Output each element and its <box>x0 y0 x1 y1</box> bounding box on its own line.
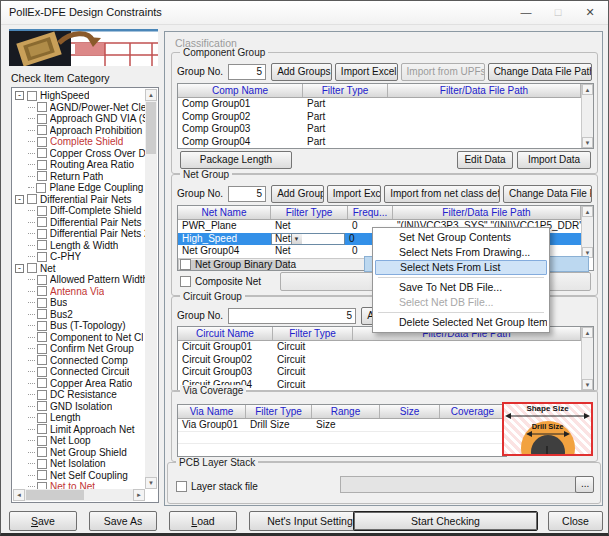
table-vertical-scrollbar[interactable]: ▲ ▼ <box>581 206 593 258</box>
layer-stack-file-checkbox[interactable] <box>176 481 187 492</box>
column-header[interactable]: Filter Type <box>303 84 388 97</box>
tree-item-checkbox[interactable] <box>37 309 47 319</box>
tree-item[interactable]: - Length & Width <box>13 240 145 252</box>
net-group-count-field[interactable]: 5 <box>228 186 266 202</box>
tree-item-checkbox[interactable] <box>37 240 47 250</box>
tree-item[interactable]: - DC Resistance <box>13 389 145 401</box>
tree-item[interactable]: - Length <box>13 412 145 424</box>
import-excel-button[interactable]: Import Excel <box>335 63 398 81</box>
close-dialog-button[interactable]: Close <box>548 511 603 531</box>
tree-expander-icon[interactable]: - <box>15 264 24 273</box>
tree-item-label[interactable]: Diff-Complete Shield <box>50 205 142 216</box>
tree-item-label[interactable]: Routing Area Ratio <box>50 159 134 170</box>
tree-item[interactable]: - Approach GND VIA (S <box>13 113 145 125</box>
tree-item[interactable]: - Net Self Coupling <box>13 470 145 482</box>
tree-item[interactable]: - Net <box>13 263 145 275</box>
tree-item[interactable]: - Approach Prohibition V <box>13 125 145 137</box>
tree-item-checkbox[interactable] <box>37 206 47 216</box>
column-header[interactable]: Range <box>312 405 380 418</box>
context-menu-item[interactable]: Save To Net DB File... <box>375 280 547 295</box>
tree-item[interactable]: - GND Isolation <box>13 401 145 413</box>
tree-item[interactable]: - Differential Pair Nets <box>13 194 145 206</box>
tree-item-checkbox[interactable] <box>37 436 47 446</box>
tree-item-label[interactable]: Net Isolation <box>50 458 106 469</box>
context-menu-item[interactable]: Select Nets From Drawing... <box>375 245 547 260</box>
tree-item-label[interactable]: Net to Net <box>50 481 95 489</box>
column-header[interactable]: Via Name <box>178 405 246 418</box>
tree-item-checkbox[interactable] <box>37 275 47 285</box>
tree-item[interactable]: - HighSpeed <box>13 90 145 102</box>
column-header[interactable]: Coverage <box>440 405 506 418</box>
tree-item-checkbox[interactable] <box>37 447 47 457</box>
tree-item[interactable]: - Connected Circuit <box>13 366 145 378</box>
table-row[interactable]: Circuit Group03 Circuit <box>178 366 581 379</box>
tree-item-label[interactable]: Copper Area Ratio <box>50 378 132 389</box>
table-row[interactable]: Comp Group04 Part <box>178 136 581 149</box>
tree-item[interactable]: - Allowed Pattern Width <box>13 274 145 286</box>
tree-item-label[interactable]: Connected Circuit <box>50 366 129 377</box>
tree-item-checkbox[interactable] <box>37 286 47 296</box>
tree-item[interactable]: - Net Group Shield <box>13 447 145 459</box>
tree-item-checkbox[interactable] <box>37 217 47 227</box>
minimize-button[interactable]: — <box>516 4 536 20</box>
import-from-upfs-button[interactable]: Import from UPFs <box>401 63 485 81</box>
tree-item-checkbox[interactable] <box>27 91 37 101</box>
tree-expander-icon[interactable]: - <box>15 195 24 204</box>
table-row[interactable] <box>178 444 506 456</box>
column-header[interactable]: Size <box>380 405 440 418</box>
table-row[interactable]: Circuit Group01 Circuit <box>178 341 581 354</box>
tree-item-label[interactable]: Net <box>40 263 56 274</box>
table-row[interactable]: Comp Group03 Part <box>178 123 581 136</box>
tree-item[interactable]: - Bus2 <box>13 309 145 321</box>
table-row[interactable]: Comp Group02 Part <box>178 111 581 124</box>
column-header[interactable]: Filter/Data File Path <box>393 206 581 219</box>
tree-item-checkbox[interactable] <box>27 194 37 204</box>
table-row[interactable]: Circuit Group02 Circuit <box>178 354 581 367</box>
change-data-file-path-button[interactable]: Change Data File Path <box>503 185 592 203</box>
tree-item-checkbox[interactable] <box>37 321 47 331</box>
scroll-up-icon[interactable]: ▲ <box>582 206 593 217</box>
package-length-button[interactable]: Package Length <box>180 151 292 169</box>
edit-data-button[interactable]: Edit Data <box>457 151 513 169</box>
tree-item-checkbox[interactable] <box>37 137 47 147</box>
tree-item-label[interactable]: Bus (T-Topology) <box>50 320 126 331</box>
tree-item[interactable]: - AGND/Power-Net Clea <box>13 102 145 114</box>
tree-item-checkbox[interactable] <box>37 424 47 434</box>
context-menu-item[interactable]: Select Nets From List <box>375 260 547 275</box>
tree-item-checkbox[interactable] <box>37 171 47 181</box>
tree-item-checkbox[interactable] <box>37 229 47 239</box>
scroll-up-icon[interactable]: ▲ <box>582 327 593 338</box>
scroll-thumb[interactable] <box>146 102 156 154</box>
change-data-file-path-button[interactable]: Change Data File Path <box>488 63 592 81</box>
scroll-thumb[interactable] <box>26 490 84 500</box>
layer-stack-file-field[interactable] <box>340 476 576 493</box>
tree-item[interactable]: - Confirm Net Group <box>13 343 145 355</box>
scroll-down-icon[interactable]: ▼ <box>582 137 593 148</box>
tree-item-checkbox[interactable] <box>37 344 47 354</box>
tree-item[interactable]: - Antenna Via <box>13 286 145 298</box>
tree-item-label[interactable]: Component to Net Cl <box>50 332 143 343</box>
column-header[interactable]: Circuit Name <box>178 327 273 340</box>
import-data-button[interactable]: Import Data <box>517 151 591 169</box>
circuit-group-count-field[interactable]: 5 <box>228 308 356 324</box>
tree-item-checkbox[interactable] <box>37 148 47 158</box>
tree-item-checkbox[interactable] <box>37 160 47 170</box>
context-menu-item[interactable] <box>378 312 544 313</box>
tree-item-checkbox[interactable] <box>37 482 47 489</box>
tree-item-label[interactable]: Length <box>50 412 81 423</box>
filter-type-combobox[interactable]: Net▼ <box>271 233 345 245</box>
tree-item-label[interactable]: C-PHY <box>50 251 81 262</box>
start-checking-button[interactable]: Start Checking <box>353 511 538 531</box>
tree-item-label[interactable]: Net Self Coupling <box>50 470 128 481</box>
add-groups-button[interactable]: Add Groups <box>271 63 332 81</box>
tree-item-label[interactable]: Antenna Via <box>50 286 104 297</box>
tree-item-label[interactable]: Approach GND VIA (S <box>50 113 145 124</box>
scroll-up-icon[interactable]: ▲ <box>145 89 157 101</box>
tree-item[interactable]: - Differential Pair Nets 2 <box>13 228 145 240</box>
tree-item-checkbox[interactable] <box>37 413 47 423</box>
tree-item[interactable]: - C-PHY <box>13 251 145 263</box>
column-header[interactable]: Frequ... <box>348 206 393 219</box>
tree-item[interactable]: - Complete Shield <box>13 136 145 148</box>
tree-item[interactable]: - Plane Edge Coupling C <box>13 182 145 194</box>
save-as-button[interactable]: Save As <box>89 511 157 531</box>
